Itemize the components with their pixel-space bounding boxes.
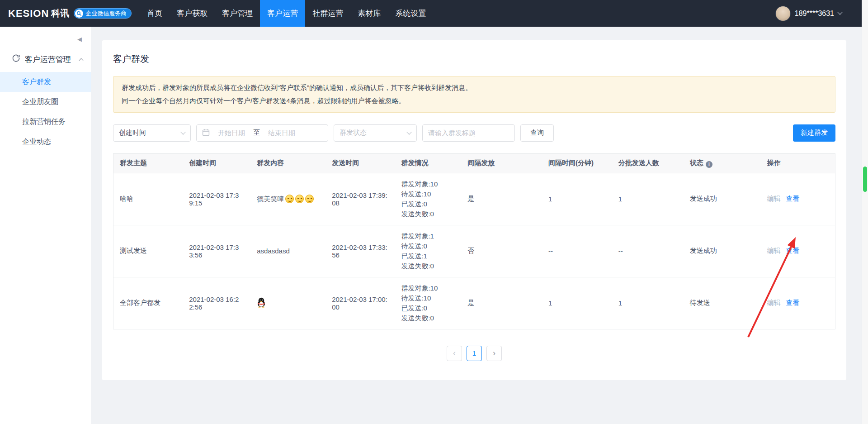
- send-status-select[interactable]: 群发状态: [334, 124, 417, 142]
- brand-suffix: 科讯: [51, 7, 69, 19]
- nav-item-customer-management[interactable]: 客户管理: [215, 0, 260, 27]
- content-text: 德美笑噇: [257, 195, 284, 203]
- send-status-placeholder: 群发状态: [340, 129, 367, 137]
- sidebar-item-moments[interactable]: 企业朋友圈: [0, 92, 91, 112]
- smiley-emoji-icon: [295, 195, 304, 203]
- chevron-down-icon: [837, 10, 842, 14]
- brand-name: KESION: [8, 8, 49, 19]
- user-menu[interactable]: 189****3631: [775, 6, 842, 21]
- table-row: 全部客户都发 2021-02-03 16:22:56: [113, 277, 835, 329]
- sidebar-collapse-row: ◀: [0, 31, 91, 44]
- main-nav: 首页 客户获取 客户管理 客户运营 社群运营 素材库 系统设置: [140, 0, 433, 27]
- cell-interval-minutes: --: [542, 225, 612, 277]
- stat-line: 待发送:10: [401, 189, 455, 199]
- pagination-prev-button[interactable]: ‹: [447, 346, 462, 361]
- chevron-up-icon: [79, 58, 84, 63]
- calendar-icon: [202, 129, 210, 138]
- edit-link[interactable]: 编辑: [767, 299, 781, 306]
- info-icon[interactable]: i: [706, 161, 712, 168]
- stat-line: 待发送:0: [401, 241, 455, 251]
- sidebar-group-customer-operation[interactable]: 客户运营管理: [0, 44, 91, 72]
- stat-line: 已发送:0: [401, 303, 455, 313]
- sidebar-item-company-news[interactable]: 企业动态: [0, 132, 91, 152]
- nav-item-home[interactable]: 首页: [140, 0, 170, 27]
- col-content: 群发内容: [250, 154, 326, 173]
- view-link[interactable]: 查看: [786, 299, 800, 306]
- new-mass-send-button[interactable]: 新建群发: [793, 124, 835, 142]
- main-content: 客户群发 群发成功后，群发对象的所属成员将在企业微信收到“客户联系”的确认通知，…: [91, 27, 862, 424]
- edit-link[interactable]: 编辑: [767, 195, 781, 202]
- cell-situation: 群发对象:10 待发送:10 已发送:0 发送失败:0: [395, 277, 461, 329]
- sidebar-item-mass-send[interactable]: 客户群发: [0, 72, 91, 92]
- cell-batch-size: --: [612, 225, 684, 277]
- cell-content: [250, 277, 326, 329]
- cell-created: 2021-02-03 16:22:56: [183, 277, 250, 329]
- cell-situation: 群发对象:10 待发送:10 已发送:0 发送失败:0: [395, 173, 461, 225]
- col-interval-send: 间隔发放: [461, 154, 542, 173]
- nav-item-community-operation[interactable]: 社群运营: [305, 0, 350, 27]
- col-send-time: 发送时间: [326, 154, 395, 173]
- sidebar: ◀ 客户运营管理 客户群发 企业朋友圈 拉新营销任务 企业动态: [0, 27, 91, 424]
- cell-batch-size: 1: [612, 277, 684, 329]
- view-link-target[interactable]: 查看: [786, 247, 800, 254]
- cell-interval-send: 是: [461, 277, 542, 329]
- end-date-input[interactable]: [263, 129, 301, 137]
- cell-interval-send: 否: [461, 225, 542, 277]
- operations-icon: [12, 54, 20, 65]
- create-time-select[interactable]: 创建时间: [113, 124, 191, 142]
- content-card: 客户群发 群发成功后，群发对象的所属成员将在企业微信收到“客户联系”的确认通知，…: [102, 40, 846, 380]
- brand-logo[interactable]: KESION 科讯 企业微信服务商: [8, 7, 132, 19]
- create-time-select-value: 创建时间: [119, 129, 146, 137]
- scrollbar-track[interactable]: [862, 0, 868, 424]
- scrollbar-thumb[interactable]: [863, 167, 867, 192]
- date-separator: 至: [253, 129, 260, 137]
- stat-line: 已发送:0: [401, 199, 455, 209]
- nav-item-customer-acquisition[interactable]: 客户获取: [170, 0, 215, 27]
- cell-interval-send: 是: [461, 173, 542, 225]
- date-range-picker[interactable]: 至: [196, 124, 328, 142]
- avatar[interactable]: [775, 6, 791, 21]
- sidebar-group-label: 客户运营管理: [25, 54, 71, 65]
- layout: ◀ 客户运营管理 客户群发 企业朋友圈 拉新营销任务 企业动态 客户群发 群发成…: [0, 27, 862, 424]
- col-actions: 操作: [761, 154, 835, 173]
- cell-batch-size: 1: [612, 173, 684, 225]
- sidebar-item-marketing-task[interactable]: 拉新营销任务: [0, 112, 91, 132]
- col-status-label: 状态: [690, 159, 703, 167]
- cell-send-time: 2021-02-03 17:33:56: [326, 225, 395, 277]
- wecom-provider-badge: 企业微信服务商: [74, 8, 132, 19]
- cell-actions: 编辑查看: [761, 173, 835, 225]
- cell-status: 待发送: [684, 277, 761, 329]
- pagination: ‹ 1 ›: [113, 346, 835, 361]
- cell-status: 发送成功: [684, 173, 761, 225]
- pagination-page-1[interactable]: 1: [467, 346, 482, 361]
- search-button[interactable]: 查询: [520, 124, 554, 142]
- filter-bar: 创建时间 至 群发状态 查询: [113, 124, 835, 142]
- cell-send-time: 2021-02-03 17:00:00: [326, 277, 395, 329]
- col-batch-size: 分批发送人数: [612, 154, 684, 173]
- cell-status: 发送成功: [684, 225, 761, 277]
- col-status: 状态i: [684, 154, 761, 173]
- view-link[interactable]: 查看: [786, 195, 800, 202]
- title-keyword-field: [422, 124, 515, 142]
- cell-interval-minutes: 1: [542, 277, 612, 329]
- cell-content: 德美笑噇: [250, 173, 326, 225]
- page-title: 客户群发: [113, 53, 835, 65]
- chevron-down-icon: [180, 129, 185, 134]
- cell-send-time: 2021-02-03 17:39:08: [326, 173, 395, 225]
- edit-link[interactable]: 编辑: [767, 247, 781, 254]
- stat-line: 发送失败:0: [401, 313, 455, 323]
- cell-situation: 群发对象:1 待发送:0 已发送:1 发送失败:0: [395, 225, 461, 277]
- cell-interval-minutes: 1: [542, 173, 612, 225]
- collapse-sidebar-icon[interactable]: ◀: [77, 36, 82, 43]
- nav-item-system-settings[interactable]: 系统设置: [388, 0, 433, 27]
- cell-actions: 编辑查看: [761, 277, 835, 329]
- nav-item-material-library[interactable]: 素材库: [350, 0, 388, 27]
- start-date-input[interactable]: [212, 129, 250, 137]
- table-header-row: 群发主题 创建时间 群发内容 发送时间 群发情况 间隔发放 间隔时间(分钟) 分…: [113, 154, 835, 173]
- col-created: 创建时间: [183, 154, 250, 173]
- stat-line: 待发送:10: [401, 293, 455, 303]
- nav-item-customer-operation[interactable]: 客户运营: [260, 0, 305, 27]
- title-keyword-input[interactable]: [428, 129, 509, 137]
- notice-line-2: 同一个企业每个自然月内仅可针对一个客户/客户群发送4条消息，超过限制的用户将会被…: [122, 94, 827, 107]
- pagination-next-button[interactable]: ›: [486, 346, 502, 361]
